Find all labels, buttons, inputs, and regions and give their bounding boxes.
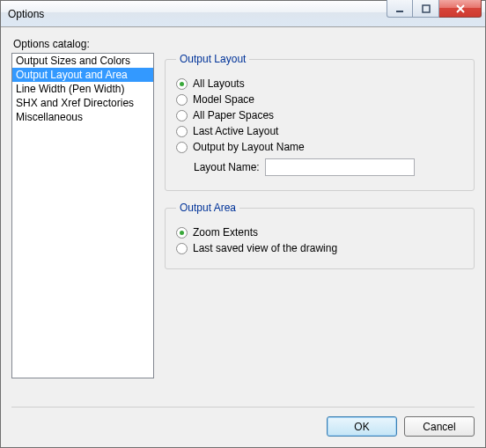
minimize-button[interactable] bbox=[387, 0, 413, 18]
radio-all-layouts[interactable]: All Layouts bbox=[176, 77, 463, 90]
divider bbox=[11, 407, 475, 408]
right-pane: Output Layout All Layouts Model Space Al… bbox=[165, 53, 475, 403]
radio-icon bbox=[176, 227, 188, 239]
radio-icon bbox=[176, 126, 188, 137]
radio-label: Output by Layout Name bbox=[193, 141, 305, 153]
cancel-button[interactable]: Cancel bbox=[404, 416, 475, 437]
ok-button[interactable]: OK bbox=[327, 416, 397, 437]
layout-name-row: Layout Name: bbox=[194, 158, 463, 176]
radio-zoom-extents[interactable]: Zoom Extents bbox=[176, 226, 463, 239]
button-label: OK bbox=[354, 421, 369, 433]
radio-output-by-layout-name[interactable]: Output by Layout Name bbox=[176, 141, 463, 153]
list-item[interactable]: Miscellaneous bbox=[12, 110, 153, 124]
radio-label: Zoom Extents bbox=[193, 226, 258, 239]
close-button[interactable] bbox=[439, 0, 482, 18]
radio-icon bbox=[176, 78, 188, 90]
window-title: Options bbox=[8, 8, 44, 20]
radio-last-saved-view[interactable]: Last saved view of the drawing bbox=[176, 242, 463, 254]
options-dialog: Options Options catalog: Output Sizes an… bbox=[0, 0, 486, 448]
output-area-legend: Output Area bbox=[176, 202, 239, 214]
columns: Output Sizes and Colors Output Layout an… bbox=[11, 53, 475, 403]
close-icon bbox=[455, 4, 466, 13]
options-catalog-label: Options catalog: bbox=[13, 38, 475, 50]
output-layout-group: Output Layout All Layouts Model Space Al… bbox=[165, 53, 475, 191]
list-item-label: Output Layout and Area bbox=[16, 69, 128, 81]
list-item-label: Output Sizes and Colors bbox=[16, 55, 130, 67]
layout-name-label: Layout Name: bbox=[194, 161, 260, 173]
radio-last-active-layout[interactable]: Last Active Layout bbox=[176, 125, 463, 137]
radio-icon bbox=[176, 110, 188, 121]
client-area: Options catalog: Output Sizes and Colors… bbox=[1, 27, 485, 447]
options-catalog-listbox[interactable]: Output Sizes and Colors Output Layout an… bbox=[11, 53, 154, 378]
titlebar: Options bbox=[1, 1, 485, 27]
maximize-icon bbox=[422, 4, 431, 13]
radio-label: Model Space bbox=[193, 93, 254, 106]
svg-rect-0 bbox=[396, 11, 403, 12]
list-item-label: Miscellaneous bbox=[16, 111, 83, 123]
list-item[interactable]: Output Layout and Area bbox=[12, 68, 153, 82]
list-item-label: Line Width (Pen Width) bbox=[16, 83, 124, 95]
radio-icon bbox=[176, 94, 188, 106]
list-item[interactable]: SHX and Xref Directories bbox=[12, 96, 153, 110]
radio-model-space[interactable]: Model Space bbox=[176, 93, 463, 106]
list-item[interactable]: Line Width (Pen Width) bbox=[12, 82, 153, 96]
list-item[interactable]: Output Sizes and Colors bbox=[12, 54, 153, 68]
output-area-group: Output Area Zoom Extents Last saved view… bbox=[165, 202, 475, 269]
radio-label: Last saved view of the drawing bbox=[193, 242, 337, 254]
radio-label: Last Active Layout bbox=[193, 125, 278, 137]
layout-name-input[interactable] bbox=[265, 158, 415, 176]
window-controls bbox=[387, 0, 482, 18]
radio-icon bbox=[176, 142, 188, 153]
minimize-icon bbox=[395, 4, 404, 13]
svg-rect-1 bbox=[423, 5, 430, 12]
output-layout-legend: Output Layout bbox=[176, 53, 249, 65]
radio-label: All Paper Spaces bbox=[193, 109, 274, 121]
button-label: Cancel bbox=[423, 421, 455, 433]
maximize-button[interactable] bbox=[413, 0, 439, 18]
list-item-label: SHX and Xref Directories bbox=[16, 97, 134, 109]
radio-all-paper-spaces[interactable]: All Paper Spaces bbox=[176, 109, 463, 121]
dialog-buttons: OK Cancel bbox=[11, 416, 475, 437]
radio-label: All Layouts bbox=[193, 77, 245, 90]
radio-icon bbox=[176, 243, 188, 254]
